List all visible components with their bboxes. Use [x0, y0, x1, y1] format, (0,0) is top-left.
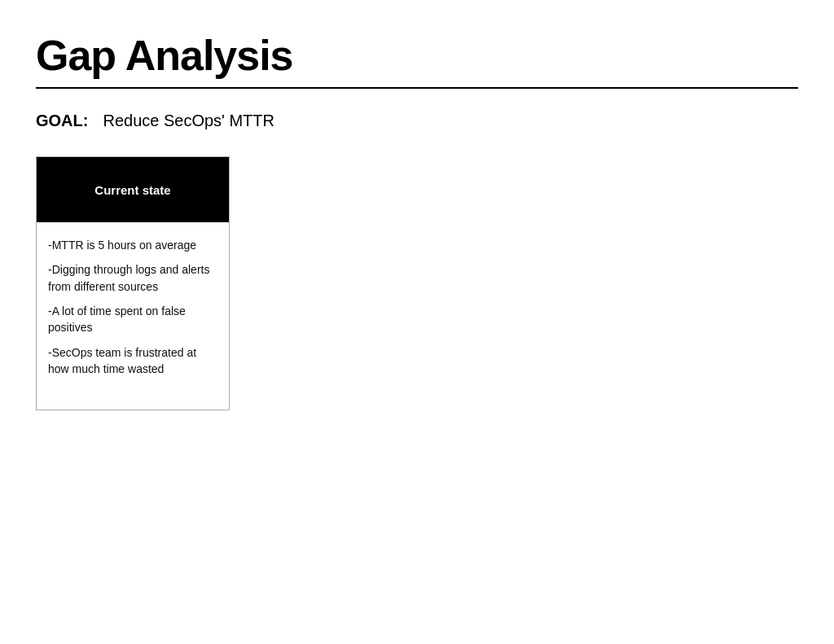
- goal-row: GOAL: Reduce SecOps' MTTR: [36, 112, 798, 130]
- goal-label: GOAL:: [36, 112, 88, 130]
- current-state-item-4: -SecOps team is frustrated at how much t…: [48, 344, 217, 378]
- current-state-card: Current state -MTTR is 5 hours on averag…: [36, 156, 230, 410]
- current-state-header-text: Current state: [94, 182, 170, 199]
- cards-container: Current state -MTTR is 5 hours on averag…: [36, 156, 798, 410]
- page-title: Gap Analysis: [36, 33, 798, 79]
- current-state-item-2: -Digging through logs and alerts from di…: [48, 261, 217, 295]
- current-state-card-header: Current state: [37, 157, 229, 222]
- title-divider: [36, 87, 798, 89]
- goal-text: Reduce SecOps' MTTR: [103, 112, 274, 130]
- current-state-card-body: -MTTR is 5 hours on average -Digging thr…: [37, 222, 229, 410]
- current-state-item-3: -A lot of time spent on false positives: [48, 303, 217, 336]
- current-state-item-1: -MTTR is 5 hours on average: [48, 237, 217, 253]
